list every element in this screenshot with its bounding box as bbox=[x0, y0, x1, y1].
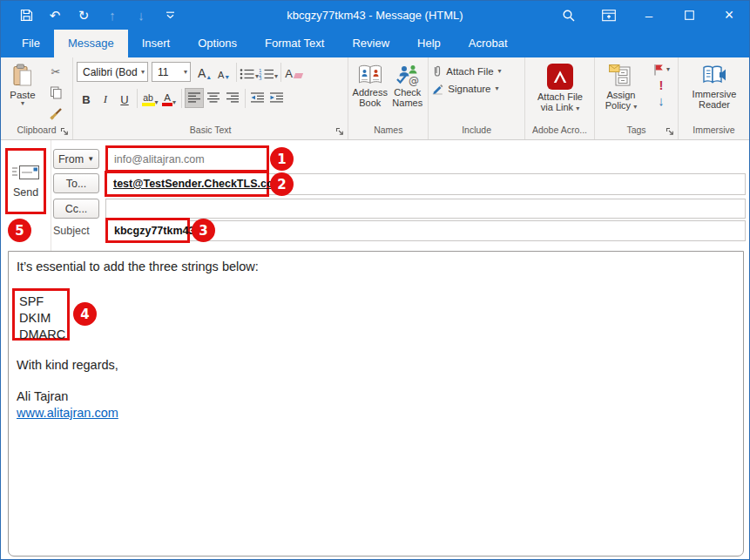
paste-button[interactable]: Paste ▾ bbox=[4, 61, 41, 125]
immersive-reader-icon bbox=[701, 64, 727, 87]
maximize-icon bbox=[685, 10, 694, 20]
tab-help[interactable]: Help bbox=[403, 30, 455, 57]
search-button[interactable] bbox=[549, 1, 589, 30]
bullets-button[interactable]: ▾ bbox=[240, 62, 259, 82]
body-intro-text: It’s essential to add the three strings … bbox=[17, 260, 259, 273]
close-icon: × bbox=[725, 6, 734, 24]
next-item-button[interactable]: ↓ bbox=[133, 6, 149, 25]
attach-file-via-link-button[interactable]: Attach File via Link ▾ bbox=[529, 61, 591, 125]
text-highlight-button[interactable]: ab ▾ bbox=[140, 88, 159, 108]
signature-pen-icon bbox=[432, 83, 443, 95]
up-arrow-icon: ↑ bbox=[109, 8, 116, 23]
increase-indent-icon bbox=[270, 92, 284, 103]
high-importance-button[interactable]: ! bbox=[659, 79, 663, 91]
cut-button[interactable]: ✂ bbox=[44, 63, 67, 81]
tab-insert[interactable]: Insert bbox=[128, 30, 185, 57]
undo-button[interactable]: ↶ bbox=[47, 6, 63, 25]
shrink-caret-icon: ▼ bbox=[224, 74, 230, 80]
adobe-acrobat-group: Attach File via Link ▾ Adobe Acro... bbox=[525, 57, 595, 139]
tags-dialog-launcher[interactable] bbox=[666, 127, 675, 137]
tab-message[interactable]: Message bbox=[54, 30, 128, 57]
cc-button[interactable]: Cc... bbox=[53, 199, 99, 219]
from-dropdown-button[interactable]: From ▼ bbox=[53, 149, 99, 169]
signature-button[interactable]: Signature ▾ bbox=[432, 83, 522, 95]
customize-qat-icon bbox=[166, 11, 175, 19]
from-field[interactable]: info@alitajran.com bbox=[105, 145, 269, 172]
immersive-reader-button[interactable]: Immersive Reader bbox=[684, 61, 745, 125]
signature-link[interactable]: www.alitajran.com bbox=[17, 406, 118, 420]
tab-format-text[interactable]: Format Text bbox=[251, 30, 338, 57]
italic-button[interactable]: I bbox=[96, 88, 115, 108]
tab-review[interactable]: Review bbox=[338, 30, 403, 57]
redo-button[interactable]: ↻ bbox=[76, 6, 91, 25]
subject-value: kbcgzy77tkm43 bbox=[114, 225, 194, 237]
svg-text:3: 3 bbox=[259, 76, 262, 80]
chevron-down-icon: ▾ bbox=[274, 73, 278, 80]
format-painter-button[interactable] bbox=[44, 105, 67, 123]
align-left-button[interactable] bbox=[185, 88, 204, 108]
immersive-group: Immersive Reader Immersive bbox=[679, 57, 749, 139]
shrink-font-button[interactable]: A ▼ bbox=[214, 62, 233, 82]
check-names-button[interactable]: @ Check Names bbox=[389, 61, 425, 125]
chevron-down-icon: ▾ bbox=[666, 66, 670, 73]
font-name-combobox[interactable]: Calibri (Bod ▾ bbox=[77, 62, 148, 82]
underline-button[interactable]: U bbox=[115, 88, 134, 108]
address-book-button[interactable]: Address Book bbox=[352, 61, 388, 125]
ribbon-tabs: File Message Insert Options Format Text … bbox=[1, 30, 749, 57]
chevron-down-icon: ▾ bbox=[496, 85, 499, 92]
message-body[interactable]: It’s essential to add the three strings … bbox=[8, 251, 744, 557]
copy-button[interactable] bbox=[44, 84, 67, 102]
increase-indent-button[interactable] bbox=[267, 88, 287, 108]
numbering-button[interactable]: 123 ▾ bbox=[259, 62, 278, 82]
clear-formatting-button[interactable]: A bbox=[284, 62, 303, 82]
names-group: Address Book @ Check Names Names bbox=[348, 57, 429, 139]
previous-item-button[interactable]: ↑ bbox=[105, 6, 120, 25]
assign-policy-button[interactable]: Assign Policy ▾ bbox=[598, 61, 644, 125]
close-button[interactable]: × bbox=[709, 1, 749, 30]
save-button[interactable] bbox=[18, 6, 34, 25]
customize-qat-button[interactable] bbox=[162, 6, 178, 25]
minimize-button[interactable]: – bbox=[629, 1, 669, 30]
attach-file-button[interactable]: Attach File ▾ bbox=[432, 64, 522, 78]
align-center-button[interactable] bbox=[204, 88, 223, 108]
bold-button[interactable]: B bbox=[77, 88, 96, 108]
svg-text:@: @ bbox=[409, 75, 419, 87]
attach-via-link-label-2: via Link ▾ bbox=[541, 102, 579, 112]
maximize-button[interactable] bbox=[669, 1, 709, 30]
chevron-down-icon: ▾ bbox=[498, 68, 502, 75]
redo-icon: ↻ bbox=[78, 8, 90, 24]
assign-policy-label-2: Policy ▾ bbox=[605, 100, 637, 111]
chevron-down-icon: ▾ bbox=[633, 103, 637, 111]
ribbon-display-options-button[interactable] bbox=[589, 1, 629, 30]
annotation-badge-1: 1 bbox=[270, 147, 294, 171]
low-importance-button[interactable]: ↓ bbox=[658, 95, 665, 107]
underline-icon: U bbox=[120, 93, 128, 106]
annotation-badge-5: 5 bbox=[8, 219, 31, 242]
basic-text-dialog-launcher[interactable] bbox=[335, 127, 345, 137]
clipboard-dialog-launcher[interactable] bbox=[60, 127, 70, 137]
decrease-indent-button[interactable] bbox=[248, 88, 267, 108]
cc-field[interactable] bbox=[105, 199, 746, 219]
font-color-icon: A bbox=[162, 93, 172, 106]
send-button[interactable]: Send bbox=[11, 164, 41, 199]
clear-formatting-icon: A bbox=[285, 67, 293, 80]
align-center-icon bbox=[207, 92, 220, 103]
grow-caret-icon: ▲ bbox=[206, 74, 212, 80]
font-size-combobox[interactable]: 11 ▾ bbox=[152, 62, 191, 82]
chevron-down-icon: ▾ bbox=[155, 99, 159, 106]
cc-button-label: Cc... bbox=[65, 203, 88, 215]
tab-file[interactable]: File bbox=[8, 30, 54, 57]
grow-font-button[interactable]: A ▲ bbox=[195, 62, 214, 82]
align-right-button[interactable] bbox=[223, 88, 242, 108]
address-book-label: Address Book bbox=[352, 87, 388, 108]
high-importance-icon: ! bbox=[659, 79, 663, 91]
subject-label: Subject bbox=[53, 225, 90, 237]
font-color-button[interactable]: A ▾ bbox=[159, 88, 179, 108]
paperclip-icon bbox=[432, 64, 442, 78]
to-button[interactable]: To... bbox=[53, 173, 99, 193]
attach-file-label: Attach File bbox=[446, 66, 493, 77]
tab-acrobat[interactable]: Acrobat bbox=[455, 30, 522, 57]
annotation-badge-4: 4 bbox=[73, 302, 97, 326]
follow-up-flag-button[interactable]: ▾ bbox=[652, 64, 670, 76]
tab-options[interactable]: Options bbox=[184, 30, 251, 57]
